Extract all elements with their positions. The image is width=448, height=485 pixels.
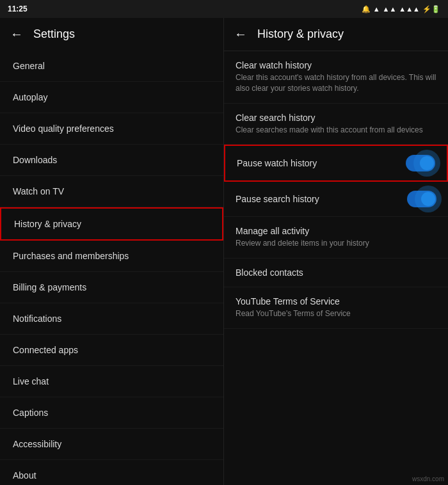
sidebar-item-captions[interactable]: Captions [0, 397, 223, 429]
sidebar-item-watch-on-tv[interactable]: Watch on TV [0, 176, 223, 207]
signal-strength-icon: ▲▲▲ [399, 5, 420, 13]
toggle-pause-watch[interactable] [406, 155, 435, 171]
privacy-title-manage-activity: Manage all activity [236, 226, 436, 236]
sidebar-item-downloads[interactable]: Downloads [0, 145, 223, 176]
privacy-title-clear-search: Clear search history [236, 113, 436, 123]
settings-panel: ← Settings GeneralAutoplayVideo quality … [0, 18, 224, 485]
sidebar-item-live-chat[interactable]: Live chat [0, 366, 223, 397]
sidebar-item-about[interactable]: About [0, 460, 223, 485]
sidebar-item-connected-apps[interactable]: Connected apps [0, 335, 223, 366]
privacy-item-clear-watch[interactable]: Clear watch historyClear this account's … [224, 51, 448, 104]
status-icons: 🔔 ▲ ▲▲ ▲▲▲ ⚡🔋 [362, 5, 440, 13]
wifi-icon: ▲ [373, 5, 380, 13]
history-header: ← History & privacy [224, 18, 448, 51]
sidebar-item-notifications[interactable]: Notifications [0, 303, 223, 335]
sidebar-item-general[interactable]: General [0, 51, 223, 82]
privacy-title-blocked-contacts: Blocked contacts [236, 267, 436, 278]
privacy-item-pause-search[interactable]: Pause search history [224, 182, 448, 217]
main-panels: ← Settings GeneralAutoplayVideo quality … [0, 18, 448, 485]
privacy-menu: Clear watch historyClear this account's … [224, 51, 448, 329]
time-display: 11:25 [8, 4, 28, 13]
privacy-item-manage-activity[interactable]: Manage all activityReview and delete ite… [224, 217, 448, 258]
settings-menu: GeneralAutoplayVideo quality preferences… [0, 51, 223, 485]
sidebar-item-purchases[interactable]: Purchases and memberships [0, 241, 223, 272]
privacy-item-clear-search[interactable]: Clear search historyClear searches made … [224, 104, 448, 145]
sidebar-item-billing[interactable]: Billing & payments [0, 272, 223, 303]
status-time: 11:25 [8, 4, 28, 13]
watermark: wsxdn.com [412, 475, 444, 482]
privacy-title-clear-watch: Clear watch history [236, 60, 436, 70]
privacy-title-pause-watch: Pause watch history [237, 158, 398, 168]
privacy-sub-clear-watch: Clear this account's watch history from … [236, 72, 436, 94]
privacy-sub-tos: Read YouTube's Terms of Service [236, 308, 436, 319]
history-title: History & privacy [257, 28, 344, 41]
privacy-item-tos[interactable]: YouTube Terms of ServiceRead YouTube's T… [224, 287, 448, 329]
back-arrow-icon[interactable]: ← [10, 27, 23, 42]
privacy-title-pause-search: Pause search history [236, 194, 399, 204]
settings-header: ← Settings [0, 18, 223, 51]
sidebar-item-video-quality[interactable]: Video quality preferences [0, 113, 223, 145]
privacy-item-pause-watch[interactable]: Pause watch history [224, 145, 448, 182]
notification-icon: 🔔 [362, 5, 371, 13]
privacy-title-tos: YouTube Terms of Service [236, 296, 436, 306]
sidebar-item-autoplay[interactable]: Autoplay [0, 82, 223, 113]
settings-title: Settings [33, 28, 75, 41]
signal-icon: ▲▲ [383, 5, 397, 13]
battery-icon: ⚡🔋 [422, 5, 440, 13]
history-privacy-panel: ← History & privacy Clear watch historyC… [224, 18, 448, 485]
sidebar-item-accessibility[interactable]: Accessibility [0, 429, 223, 460]
back-arrow-history-icon[interactable]: ← [234, 27, 247, 42]
toggle-pause-search[interactable] [407, 191, 436, 207]
sidebar-item-history-privacy[interactable]: History & privacy [0, 207, 223, 241]
privacy-sub-manage-activity: Review and delete items in your history [236, 238, 436, 249]
privacy-item-blocked-contacts[interactable]: Blocked contacts [224, 258, 448, 287]
status-bar: 11:25 🔔 ▲ ▲▲ ▲▲▲ ⚡🔋 [0, 0, 448, 18]
privacy-sub-clear-search: Clear searches made with this account fr… [236, 125, 436, 136]
